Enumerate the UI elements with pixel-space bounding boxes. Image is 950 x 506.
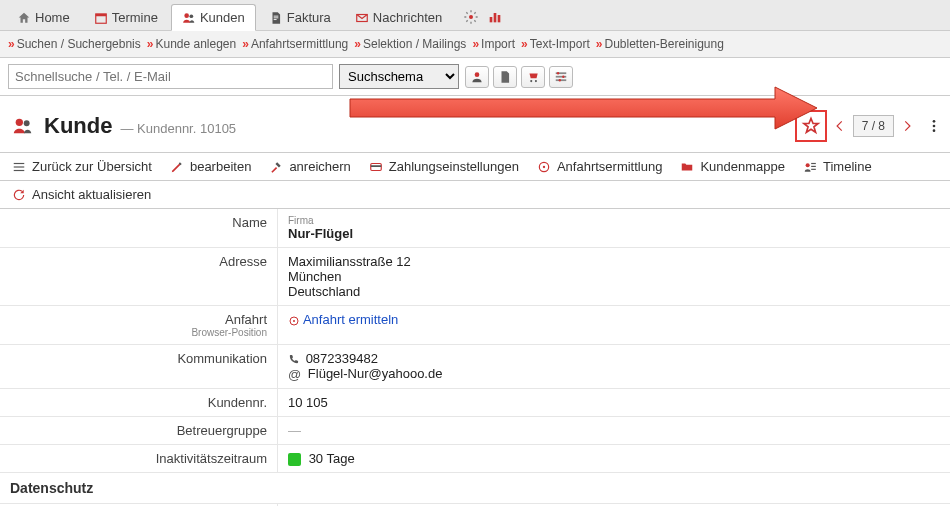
search-schema-select[interactable]: Suchschema: [339, 64, 459, 89]
svg-point-19: [562, 75, 564, 77]
row-anfahrt: Anfahrt Browser-Position Anfahrt ermitte…: [0, 306, 950, 345]
tab-label: Termine: [112, 10, 158, 25]
refresh-icon: [12, 188, 26, 202]
section-datenschutz: Datenschutz: [0, 473, 950, 504]
btn-person[interactable]: [465, 66, 489, 88]
phone-icon: [288, 354, 299, 365]
header-row: Kunde — Kundennr. 10105 7 / 8: [0, 96, 950, 152]
svg-rect-34: [811, 162, 816, 163]
status-green-icon: [288, 453, 301, 466]
target-icon: [537, 160, 551, 174]
svg-point-22: [24, 120, 30, 126]
svg-point-20: [559, 79, 561, 81]
svg-point-12: [475, 72, 480, 77]
subnav-anfahrt[interactable]: »Anfahrtsermittlung: [242, 37, 348, 51]
tool-back[interactable]: Zurück zur Übersicht: [12, 159, 152, 174]
top-tabs: Home Termine Kunden Faktura Nachrichten: [0, 0, 950, 31]
tab-faktura[interactable]: Faktura: [258, 4, 342, 30]
svg-rect-4: [273, 15, 278, 16]
svg-point-33: [806, 163, 810, 167]
svg-rect-28: [14, 169, 25, 170]
firma-label: Firma: [288, 215, 940, 226]
row-name: Name Firma Nur-Flügel: [0, 209, 950, 248]
pager-display: 7 / 8: [853, 115, 894, 137]
subnav-kunde-anlegen[interactable]: »Kunde anlegen: [147, 37, 236, 51]
favorite-button[interactable]: [795, 110, 827, 142]
tab-extra: [455, 4, 511, 30]
btn-doc[interactable]: [493, 66, 517, 88]
tool-route[interactable]: Anfahrtsermittlung: [537, 159, 663, 174]
toolbar-row2: Ansicht aktualisieren: [0, 181, 950, 209]
tool-folder[interactable]: Kundenmappe: [680, 159, 785, 174]
pencil-icon: [170, 160, 184, 174]
svg-point-8: [469, 15, 473, 19]
sub-nav: »Suchen / Suchergebnis »Kunde anlegen »A…: [0, 31, 950, 58]
svg-point-32: [543, 165, 545, 167]
btn-pref[interactable]: [549, 66, 573, 88]
page-title: Kunde: [44, 113, 112, 139]
value-betreuergruppe: —: [278, 417, 950, 444]
toolbar: Zurück zur Übersicht bearbeiten anreiche…: [0, 152, 950, 181]
svg-rect-26: [14, 162, 25, 163]
address-city: München: [288, 269, 940, 284]
tool-timeline[interactable]: Timeline: [803, 159, 872, 174]
subnav-selektion[interactable]: »Selektion / Mailings: [354, 37, 466, 51]
mail-icon: [355, 11, 369, 25]
document-icon: [269, 11, 283, 25]
tab-home[interactable]: Home: [6, 4, 81, 30]
svg-rect-10: [494, 13, 497, 22]
page-subtitle: — Kundennr. 10105: [120, 121, 236, 136]
value-kundennr: 10 105: [278, 389, 950, 416]
row-inaktiv: Inaktivitätszeitraum 30 Tage: [0, 445, 950, 473]
row-kundennr: Kundennr. 10 105: [0, 389, 950, 417]
chart-icon[interactable]: [487, 9, 503, 25]
svg-rect-11: [498, 15, 501, 22]
svg-point-13: [530, 80, 532, 82]
svg-point-14: [535, 80, 537, 82]
btn-cart[interactable]: [521, 66, 545, 88]
tool-enrich[interactable]: anreichern: [269, 159, 350, 174]
tool-refresh[interactable]: Ansicht aktualisieren: [12, 187, 151, 202]
target-icon: [288, 315, 300, 327]
tab-label: Faktura: [287, 10, 331, 25]
svg-point-24: [933, 125, 936, 128]
tab-nachrichten[interactable]: Nachrichten: [344, 4, 453, 30]
phone-line: 0872339482: [288, 351, 940, 366]
tab-termine[interactable]: Termine: [83, 4, 169, 30]
tool-payment[interactable]: Zahlungseinstellungen: [369, 159, 519, 174]
svg-rect-16: [556, 75, 567, 77]
tab-kunden[interactable]: Kunden: [171, 4, 256, 31]
next-page-button[interactable]: [900, 119, 914, 133]
people-icon: [182, 11, 196, 25]
home-icon: [17, 11, 31, 25]
svg-point-2: [184, 13, 189, 18]
tab-label: Home: [35, 10, 70, 25]
card-icon: [369, 160, 383, 174]
email-line: @ Flügel-Nur@yahooo.de: [288, 366, 940, 382]
timeline-icon: [803, 160, 817, 174]
svg-rect-5: [273, 17, 278, 18]
prev-page-button[interactable]: [833, 119, 847, 133]
firma-name: Nur-Flügel: [288, 226, 940, 241]
svg-rect-1: [95, 13, 106, 15]
svg-point-25: [933, 129, 936, 132]
subnav-suchen[interactable]: »Suchen / Suchergebnis: [8, 37, 141, 51]
calendar-icon: [94, 11, 108, 25]
svg-point-38: [293, 320, 295, 322]
svg-rect-27: [14, 166, 25, 167]
quick-search-input[interactable]: [8, 64, 333, 89]
star-icon: [801, 116, 821, 136]
list-icon: [12, 160, 26, 174]
anfahrt-link[interactable]: Anfahrt ermitteln: [303, 312, 398, 327]
gear-icon[interactable]: [463, 9, 479, 25]
subnav-text-import[interactable]: »Text-Import: [521, 37, 590, 51]
row-adresse: Adresse Maximiliansstraße 12 München Deu…: [0, 248, 950, 306]
svg-rect-30: [371, 165, 382, 167]
address-country: Deutschland: [288, 284, 940, 299]
row-kommunikation: Kommunikation 0872339482 @ Flügel-Nur@ya…: [0, 345, 950, 389]
subnav-dubletten[interactable]: »Dubletten-Bereinigung: [596, 37, 724, 51]
search-bar: Suchschema: [0, 58, 950, 96]
tool-edit[interactable]: bearbeiten: [170, 159, 251, 174]
more-menu-button[interactable]: [926, 118, 942, 134]
subnav-import[interactable]: »Import: [472, 37, 515, 51]
